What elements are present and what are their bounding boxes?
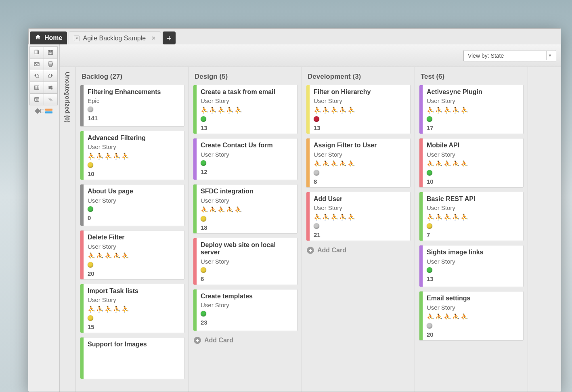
kanban-card[interactable]: Assign Filter to UserUser Story⛹⛹⛹⛹⛹8: [306, 138, 411, 187]
tab-menu-icon[interactable]: ▾: [74, 36, 80, 41]
kanban-card[interactable]: Advanced FilteringUser Story⛹⛹⛹⛹⛹10: [80, 131, 184, 180]
kanban-card[interactable]: About Us pageUser Story0: [80, 184, 184, 226]
kanban-card[interactable]: Add UserUser Story⛹⛹⛹⛹⛹21: [306, 192, 411, 241]
view-by-select[interactable]: View by: State ▼: [463, 50, 556, 61]
card-points: 21: [314, 231, 406, 238]
person-icon: ⛹: [331, 107, 338, 114]
hierarchy-widget[interactable]: [36, 109, 52, 113]
status-dot: [201, 311, 206, 317]
card-people: ⛹⛹⛹⛹⛹: [201, 206, 293, 214]
svg-point-9: [51, 86, 52, 87]
person-icon: ⛹: [314, 214, 321, 221]
card-stripe: [80, 184, 84, 226]
kanban-card[interactable]: Mobile APIUser Story⛹⛹⛹⛹⛹10: [419, 138, 524, 187]
card-status: [427, 267, 519, 273]
card-title: Add User: [314, 195, 406, 203]
card-status: [427, 323, 519, 329]
kanban-card[interactable]: Filtering EnhancementsEpic141: [80, 85, 184, 127]
person-icon: ⛹: [235, 206, 242, 214]
card-status: [314, 223, 406, 229]
card-status: [201, 160, 293, 166]
gantt-button[interactable]: [44, 93, 58, 105]
undo-button[interactable]: [29, 70, 44, 82]
person-icon: ⛹: [88, 306, 95, 313]
tab-home[interactable]: Home: [30, 31, 67, 44]
card-people: ⛹⛹⛹⛹⛹: [88, 252, 180, 260]
lane-test: Test (6)Activesync PluginUser Story⛹⛹⛹⛹⛹…: [415, 67, 528, 392]
person-icon: ⛹: [348, 214, 355, 221]
card-title: Deploy web site on local server: [201, 241, 293, 256]
lane-backlog: Backlog (27)Filtering EnhancementsEpic14…: [76, 67, 189, 392]
card-type: User Story: [88, 243, 180, 250]
kanban-card[interactable]: Email settingsUser Story⛹⛹⛹⛹⛹20: [419, 291, 524, 340]
person-icon: ⛹: [113, 153, 121, 160]
card-stripe: [80, 337, 84, 379]
person-icon: ⛹: [435, 160, 443, 168]
card-title: Assign Filter to User: [314, 142, 406, 149]
uncategorized-column[interactable]: Uncategorized (0): [60, 67, 76, 392]
card-type: User Story: [201, 97, 293, 104]
card-stripe: [193, 184, 197, 233]
person-icon: ⛹: [122, 153, 129, 160]
card-type: User Story: [88, 197, 180, 204]
card-status: [201, 116, 293, 122]
status-dot: [314, 170, 319, 176]
card-status: [427, 116, 519, 122]
kanban-card[interactable]: Delete FilterUser Story⛹⛹⛹⛹⛹20: [80, 230, 184, 279]
person-icon: ⛹: [427, 160, 434, 168]
kanban-card[interactable]: Support for Images: [80, 337, 184, 379]
person-icon: ⛹: [201, 107, 208, 114]
kanban-card[interactable]: Sights image linksUser Story13: [419, 245, 524, 287]
person-icon: ⛹: [226, 107, 234, 114]
card-points: 141: [88, 115, 180, 122]
close-icon[interactable]: ✕: [149, 35, 156, 41]
kanban-card[interactable]: Activesync PluginUser Story⛹⛹⛹⛹⛹17: [419, 85, 524, 134]
kanban-card[interactable]: Create a task from emailUser Story⛹⛹⛹⛹⛹1…: [193, 85, 298, 134]
mail-button[interactable]: [29, 58, 44, 70]
card-stripe: [193, 238, 197, 285]
save-button[interactable]: [44, 46, 58, 59]
main-area: View by: State ▼ Uncategorized (0) Backl…: [60, 44, 561, 392]
kanban-card[interactable]: Basic REST APIUser Story⛹⛹⛹⛹⛹7: [419, 192, 524, 241]
add-card-button[interactable]: +Add Card: [306, 245, 411, 256]
left-toolbar: 31: [28, 44, 60, 392]
add-card-button[interactable]: +Add Card: [193, 335, 298, 346]
card-status: [201, 216, 293, 222]
kanban-card[interactable]: Filter on HierarchyUser Story⛹⛹⛹⛹⛹13: [306, 85, 411, 134]
card-points: 17: [427, 124, 519, 131]
person-icon: ⛹: [96, 252, 104, 260]
sliders-button[interactable]: [44, 82, 58, 94]
card-title: Activesync Plugin: [427, 88, 519, 96]
print-button[interactable]: [44, 58, 58, 70]
tab-document[interactable]: ▾ Agile Backlog Sample ✕: [69, 31, 161, 44]
kanban-card[interactable]: Deploy web site on local serverUser Stor…: [193, 238, 298, 285]
person-icon: ⛹: [314, 160, 321, 168]
card-status: [427, 170, 519, 176]
person-icon: ⛹: [427, 313, 434, 321]
card-status: [314, 116, 406, 122]
card-title: Support for Images: [88, 341, 180, 348]
card-title: Advanced Filtering: [88, 134, 180, 142]
kanban-card[interactable]: Create templatesUser Story23: [193, 289, 298, 331]
kanban-card[interactable]: Import Task listsUser Story⛹⛹⛹⛹⛹15: [80, 284, 184, 333]
card-stripe: [193, 138, 197, 180]
new-tab-button[interactable]: ＋: [163, 31, 176, 44]
kanban-board: Uncategorized (0) Backlog (27)Filtering …: [60, 67, 561, 392]
person-icon: ⛹: [339, 107, 347, 114]
kanban-card[interactable]: SFDC integrationUser Story⛹⛹⛹⛹⛹18: [193, 184, 298, 233]
svg-point-11: [51, 88, 52, 89]
card-stripe: [306, 138, 310, 187]
app-window: Home ▾ Agile Backlog Sample ✕ ＋: [28, 28, 561, 392]
add-card-label: Add Card: [204, 337, 233, 344]
grid-view-button[interactable]: [29, 82, 44, 94]
card-status: [88, 206, 180, 212]
calendar-button[interactable]: 31: [29, 93, 44, 105]
card-title: Email settings: [427, 295, 519, 302]
plus-icon: +: [307, 247, 314, 254]
person-icon: ⛹: [348, 160, 355, 168]
kanban-card[interactable]: Create Contact Us formUser Story12: [193, 138, 298, 180]
new-doc-button[interactable]: [29, 46, 44, 59]
card-type: User Story: [88, 143, 180, 150]
redo-button[interactable]: [44, 70, 58, 82]
home-icon: [35, 34, 41, 42]
